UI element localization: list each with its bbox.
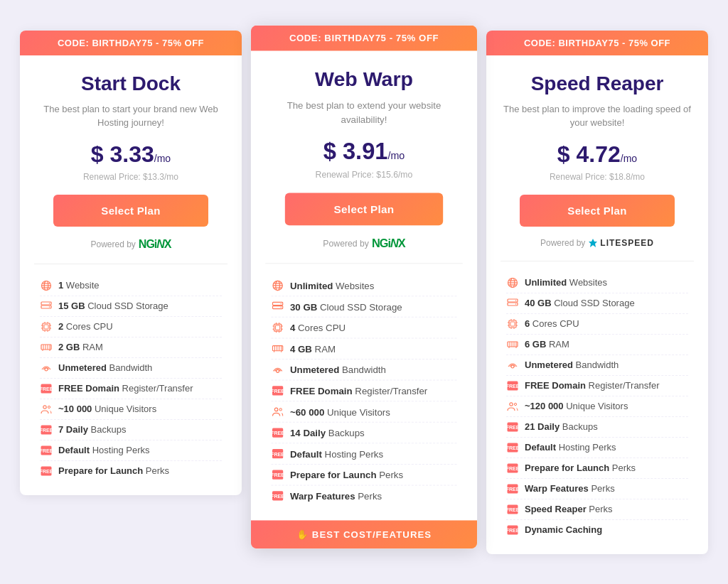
feature-item: ~120 000 Unique Visitors [506,396,688,417]
feature-item: FREEDefault Hosting Perks [40,440,222,461]
feature-item: FREESpeed Reaper Perks [506,499,688,520]
feature-item: ~60 000 Unique Visitors [271,401,456,423]
select-plan-button[interactable]: Select Plan [285,193,443,225]
svg-text:FREE: FREE [41,469,52,474]
feature-item: Unmetered Bandwidth [271,359,456,381]
feature-icon-cpu [506,318,519,330]
feature-icon-free: FREE [271,384,284,396]
svg-point-44 [280,303,281,303]
feature-icon-ram [506,338,519,351]
powered-by-label: Powered by [90,239,135,249]
svg-point-45 [280,306,281,307]
feature-icon-free: FREE [506,462,519,475]
plan-card-speed-reaper: CODE: BIRTHDAY75 - 75% OFFSpeed ReaperTh… [486,31,708,554]
feature-text: Default Hosting Perks [58,445,150,455]
feature-item: 30 GB Cloud SSD Storage [271,296,456,318]
svg-point-29 [43,405,46,408]
feature-icon-free: FREE [40,382,53,395]
feature-item: FREEPrepare for Launch Perks [506,458,688,479]
feature-text: Warp Features Perks [525,483,615,494]
per-mo: /mo [387,150,405,161]
feature-item: Unmetered Bandwidth [506,355,688,376]
feature-item: Unlimited Websites [271,275,456,296]
feature-icon-free: FREE [271,426,284,438]
feature-item: 40 GB Cloud SSD Storage [506,293,688,314]
plan-name: Speed Reaper [500,72,694,95]
price-container: $ 4.72/mo [500,141,694,168]
divider [34,264,228,264]
feature-icon-free: FREE [506,421,519,433]
powered-by: Powered by NGiΝX [34,238,228,251]
svg-text:FREE: FREE [272,493,283,499]
feature-icon-cpu [40,320,53,333]
feature-icon-bandwidth [40,362,53,374]
feature-text: 15 GB Cloud SSD Storage [58,301,168,311]
svg-text:FREE: FREE [507,466,518,471]
feature-icon-free: FREE [506,503,519,516]
feature-item: FREEFREE Domain Register/Transfer [506,376,688,396]
divider [500,261,694,261]
feature-icon-ram [40,341,53,354]
feature-icon-free: FREE [506,524,519,536]
feature-item: Unmetered Bandwidth [40,358,222,379]
svg-point-102 [511,365,514,368]
promo-banner: CODE: BIRTHDAY75 - 75% OFF [20,31,242,55]
per-mo: /mo [154,153,171,164]
plan-body: Web WarpThe best plan to extend your web… [251,50,477,520]
select-plan-button[interactable]: Select Plan [520,195,675,227]
feature-text: 6 Cores CPU [525,318,579,329]
feature-icon-free: FREE [271,447,284,460]
svg-text:FREE: FREE [272,472,283,478]
promo-banner: CODE: BIRTHDAY75 - 75% OFF [251,25,477,50]
feature-icon-free: FREE [40,465,53,477]
feature-icon-globe [271,279,284,291]
svg-text:FREE: FREE [41,428,52,433]
feature-text: Unmetered Bandwidth [290,364,386,374]
price-container: $ 3.91/mo [265,138,462,165]
svg-text:FREE: FREE [507,425,518,430]
feature-item: FREEFREE Domain Register/Transfer [40,379,222,399]
svg-text:FREE: FREE [41,448,52,453]
feature-icon-visitors [271,405,284,418]
svg-text:FREE: FREE [507,507,518,512]
feature-icon-free: FREE [506,379,519,392]
feature-text: Prepare for Launch Perks [290,469,403,480]
feature-item: 1 Website [40,276,222,296]
svg-point-67 [279,408,282,410]
feature-item: FREE21 Daily Backups [506,417,688,438]
feature-icon-bandwidth [506,359,519,372]
svg-text:FREE: FREE [507,384,518,389]
plan-name: Start Dock [34,72,228,95]
feature-icon-server [506,297,519,310]
feature-text: 1 Website [58,280,100,291]
feature-text: 14 Daily Backups [290,427,365,438]
svg-point-105 [510,402,513,405]
feature-item: FREE14 Daily Backups [271,422,456,443]
select-plan-button[interactable]: Select Plan [53,195,208,227]
feature-text: FREE Domain Register/Transfer [290,385,427,396]
powered-by-label: Powered by [540,238,585,248]
feature-item: 4 GB RAM [271,338,456,359]
feature-icon-globe [40,279,53,292]
svg-text:FREE: FREE [507,445,518,450]
svg-point-106 [514,403,516,405]
feature-text: Unlimited Websites [290,280,374,291]
feature-icon-free: FREE [40,423,53,436]
feature-item: FREEDefault Hosting Perks [506,438,688,458]
plan-body: Speed ReaperThe best plan to improve the… [486,55,708,554]
renewal-price: Renewal Price: $18.8/mo [500,172,694,182]
feature-item: FREEWarp Features Perks [271,485,456,506]
feature-icon-free: FREE [506,482,519,495]
svg-rect-47 [276,325,280,330]
plans-container: CODE: BIRTHDAY75 - 75% OFFStart DockThe … [14,31,714,554]
svg-text:FREE: FREE [507,487,518,492]
price: $ 3.33/mo [91,141,171,167]
feature-text: Unmetered Bandwidth [525,359,619,370]
feature-icon-visitors [40,403,53,416]
feature-text: Unlimited Websites [525,277,607,288]
feature-text: 6 GB RAM [525,339,569,350]
plan-description: The best plan to improve the loading spe… [500,102,694,130]
feature-text: Dynamic Caching [525,524,602,535]
svg-text:FREE: FREE [41,386,52,391]
svg-rect-10 [44,325,48,329]
